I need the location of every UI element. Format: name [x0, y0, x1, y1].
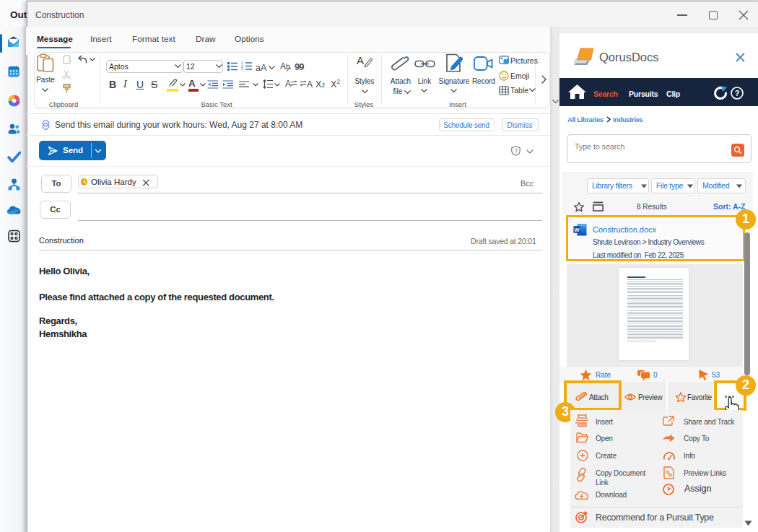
- svg-text:?: ?: [735, 89, 740, 97]
- svg-text:A: A: [357, 54, 364, 66]
- svg-text:?: ?: [514, 147, 518, 154]
- svg-text:3: 3: [241, 68, 243, 71]
- svg-text:W: W: [574, 227, 580, 233]
